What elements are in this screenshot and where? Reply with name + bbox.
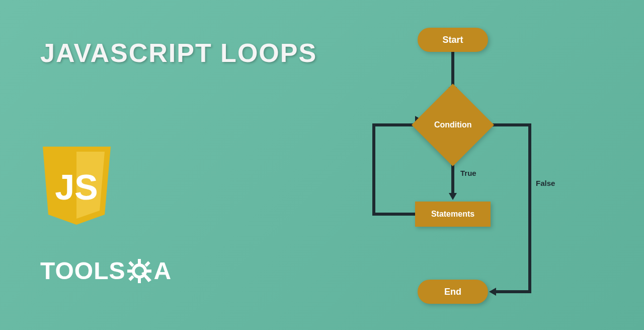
- gear-icon: [126, 258, 152, 284]
- svg-rect-5: [129, 261, 134, 267]
- js-logo-text: JS: [55, 168, 98, 207]
- edge-label-false: False: [536, 179, 555, 187]
- edge-label-true: True: [460, 169, 476, 177]
- arrow-line: [451, 52, 454, 88]
- brand-text-part1: TOOLS: [40, 257, 125, 285]
- toolsqa-logo: TOOLS A: [40, 257, 201, 292]
- arrow-line: [372, 123, 418, 126]
- arrowhead-icon: [489, 288, 496, 296]
- svg-rect-6: [145, 261, 150, 267]
- arrow-line: [488, 123, 531, 126]
- svg-rect-7: [129, 275, 134, 281]
- arrow-line: [528, 123, 531, 290]
- arrow-line: [496, 290, 531, 293]
- flowchart-start-node: Start: [418, 28, 488, 52]
- arrow-line: [372, 123, 375, 216]
- flowchart-statements-node: Statements: [415, 202, 491, 227]
- svg-rect-1: [138, 259, 141, 264]
- flowchart-end-node: End: [418, 280, 488, 304]
- page-title: JAVASCRIPT LOOPS: [40, 38, 317, 68]
- svg-rect-2: [138, 278, 141, 283]
- brand-text-part2: A: [153, 257, 172, 285]
- arrowhead-icon: [449, 193, 457, 200]
- flowchart-condition-node: Condition: [412, 84, 494, 166]
- js-logo: JS: [40, 144, 113, 227]
- svg-rect-3: [127, 270, 132, 273]
- flowchart: Start Condition Statements End True Fals…: [352, 28, 564, 315]
- arrow-line: [372, 213, 415, 216]
- svg-rect-4: [146, 270, 151, 273]
